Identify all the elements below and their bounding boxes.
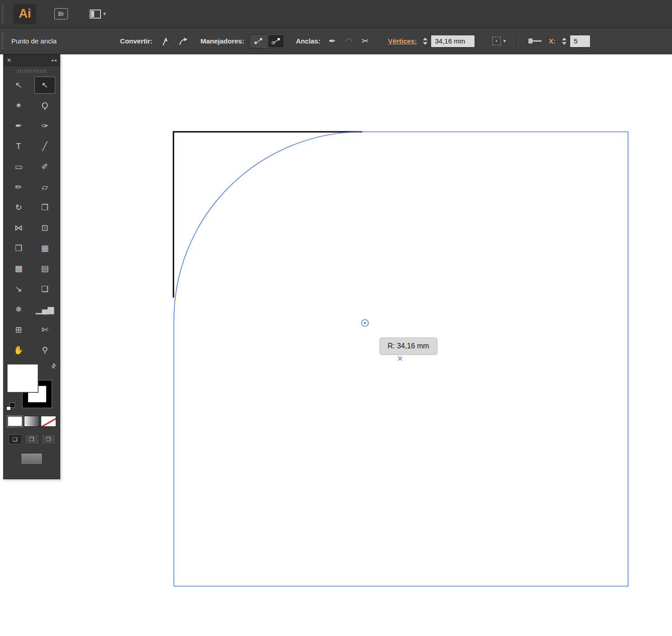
bridge-button[interactable]: Br [54, 8, 68, 19]
chevron-down-icon: ▾ [103, 11, 106, 17]
column-graph-tool[interactable]: ▁▄▆ [34, 301, 55, 318]
magic-wand-icon: ✶ [15, 101, 22, 111]
selection-tool[interactable]: ↖ [8, 77, 29, 94]
fill-stroke-controls: ⇄ [6, 364, 57, 411]
eyedropper-tool[interactable]: ↘ [8, 280, 29, 298]
artboard-tool[interactable]: ⊞ [8, 321, 29, 338]
default-fill-stroke-icon[interactable] [6, 403, 14, 410]
vertices-input[interactable] [431, 35, 475, 48]
stepper-up-icon [562, 38, 566, 40]
zoom-tool[interactable]: ⚲ [34, 342, 55, 359]
draw-normal-button[interactable]: ❏ [8, 434, 23, 445]
illustrator-logo-text: Ai [19, 7, 31, 21]
line-segment-icon: ╱ [43, 141, 48, 151]
panel-drag-grip[interactable] [18, 69, 46, 73]
none-button[interactable] [41, 416, 56, 427]
swap-fill-stroke-icon[interactable]: ⇄ [49, 361, 58, 370]
app-bar-grip[interactable] [1, 4, 4, 24]
artboard-canvas[interactable] [0, 0, 672, 636]
magic-wand-tool[interactable]: ✶ [8, 97, 29, 114]
pen-tool[interactable]: ✒ [8, 117, 29, 135]
control-bar-grip[interactable] [1, 32, 4, 50]
chevron-down-icon: ▾ [503, 38, 506, 44]
divider [379, 33, 379, 49]
rotate-icon: ↻ [15, 202, 22, 212]
fill-swatch[interactable] [7, 364, 38, 392]
blend-icon: ❏ [41, 284, 48, 294]
tools-panel-header: ✕ ◄◄ [4, 55, 60, 66]
rectangle-icon: ▭ [14, 162, 22, 172]
screen-mode-button[interactable] [21, 453, 43, 465]
perspective-grid-icon: ▦ [41, 243, 48, 253]
handle-display-toggle-group [250, 34, 285, 48]
vertices-stepper[interactable] [423, 38, 427, 45]
snap-x-icon [398, 357, 402, 361]
line-segment-tool[interactable]: ╱ [34, 138, 55, 155]
curvature-icon: ✑ [41, 121, 48, 131]
arrange-documents-button[interactable]: ▾ [90, 10, 106, 19]
rotate-tool[interactable]: ↻ [8, 199, 29, 216]
symbol-sprayer-tool[interactable]: ✵ [8, 301, 29, 318]
drawing-mode-buttons: ❏ ❐ ❒ [4, 434, 60, 445]
draw-behind-button[interactable]: ❐ [24, 434, 39, 445]
corner-widget-dot [364, 322, 366, 324]
connect-path-button[interactable]: ◠ [345, 36, 353, 46]
x-input[interactable] [570, 35, 590, 48]
control-bar-title: Punto de ancla [11, 37, 57, 45]
paintbrush-tool[interactable]: ✐ [34, 158, 55, 175]
convert-to-corner-button[interactable] [161, 36, 171, 46]
eraser-tool[interactable]: ▱ [34, 178, 55, 196]
illustrator-logo: Ai [14, 4, 36, 24]
slice-icon: ✄ [41, 325, 48, 335]
perspective-grid-tool[interactable]: ▦ [34, 240, 55, 257]
direct-selection-tool[interactable]: ↖ [34, 77, 55, 94]
free-transform-icon: ⊡ [41, 223, 48, 233]
selection-icon: ↖ [15, 80, 22, 90]
cut-path-button[interactable]: ✂ [361, 36, 369, 46]
pencil-tool[interactable]: ✏ [8, 178, 29, 196]
hand-icon: ✋ [14, 345, 24, 355]
lasso-tool[interactable]: Ϙ [34, 97, 55, 114]
gradient-button[interactable] [24, 416, 39, 427]
curvature-tool[interactable]: ✑ [34, 117, 55, 135]
gradient-icon: ▤ [41, 264, 48, 274]
reference-point-button[interactable]: ▾ [492, 37, 506, 45]
manejadores-label: Manejadores: [201, 37, 245, 45]
hide-handles-button[interactable] [250, 34, 267, 48]
draw-inside-icon: ❒ [46, 436, 51, 443]
type-tool[interactable]: T [8, 138, 29, 155]
add-anchor-button[interactable]: ✒ [329, 36, 336, 46]
free-transform-tool[interactable]: ⊡ [34, 219, 55, 236]
x-stepper[interactable] [562, 38, 566, 45]
convert-corner-icon [161, 36, 171, 46]
width-icon: ⋈ [14, 223, 23, 233]
width-tool[interactable]: ⋈ [8, 219, 29, 236]
blend-tool[interactable]: ❏ [34, 280, 55, 298]
collapse-panel-icon[interactable]: ◄◄ [50, 58, 57, 63]
draw-behind-icon: ❐ [29, 436, 34, 443]
scale-icon: ❐ [41, 202, 48, 212]
symbol-sprayer-icon: ✵ [15, 304, 22, 314]
gradient-tool[interactable]: ▤ [34, 260, 55, 277]
artboard-icon: ⊞ [15, 325, 22, 335]
rectangle-tool[interactable]: ▭ [8, 158, 29, 175]
draw-inside-button[interactable]: ❒ [41, 434, 56, 445]
pencil-icon: ✏ [15, 182, 22, 192]
divider [517, 33, 517, 49]
vertices-label[interactable]: Vértices: [388, 37, 417, 45]
hand-tool[interactable]: ✋ [8, 342, 29, 359]
convert-smooth-icon [178, 36, 189, 46]
stepper-down-icon [562, 42, 566, 45]
column-graph-icon: ▁▄▆ [36, 304, 54, 314]
hide-handles-icon [254, 38, 263, 45]
convert-to-smooth-button[interactable] [178, 36, 189, 46]
show-handles-button[interactable] [267, 34, 284, 48]
close-icon[interactable]: ✕ [7, 57, 11, 63]
shape-builder-tool[interactable]: ❒ [8, 240, 29, 257]
slice-tool[interactable]: ✄ [34, 321, 55, 338]
color-button[interactable] [7, 416, 23, 427]
eyedropper-icon: ↘ [15, 284, 22, 294]
scale-tool[interactable]: ❐ [34, 199, 55, 216]
mesh-tool[interactable]: ▩ [8, 260, 29, 277]
reference-point-icon [492, 37, 501, 45]
